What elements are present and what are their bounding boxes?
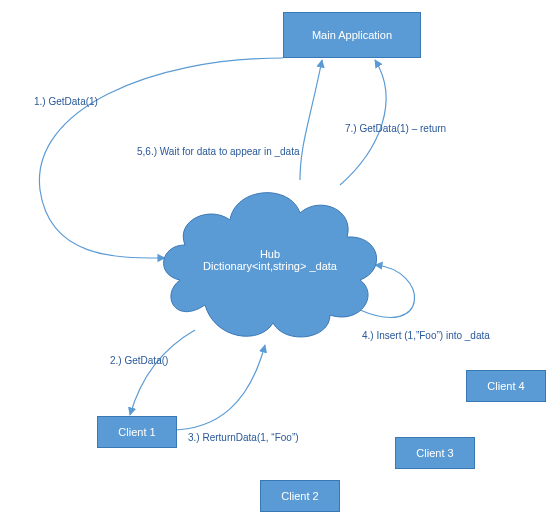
node-main-application-label: Main Application	[312, 29, 392, 41]
label-step56: 5,6.) Wait for data to appear in _data	[137, 146, 300, 157]
node-hub: Hub Dictionary<int,string> _data	[155, 175, 385, 345]
label-step2: 2.) GetData()	[110, 355, 168, 366]
node-client-2-label: Client 2	[281, 490, 318, 502]
node-main-application: Main Application	[283, 12, 421, 58]
node-client-3: Client 3	[395, 437, 475, 469]
edge-step56	[300, 60, 322, 180]
node-client-4: Client 4	[466, 370, 546, 402]
label-step1: 1.) GetData(1)	[34, 96, 98, 107]
node-client-3-label: Client 3	[416, 447, 453, 459]
edge-step3	[165, 345, 265, 430]
cloud-shape	[155, 175, 385, 345]
label-step4: 4.) Insert (1,”Foo”) into _data	[362, 330, 490, 341]
node-client-4-label: Client 4	[487, 380, 524, 392]
node-client-1-label: Client 1	[118, 426, 155, 438]
node-client-1: Client 1	[97, 416, 177, 448]
label-step7: 7.) GetData(1) – return	[345, 123, 446, 134]
node-client-2: Client 2	[260, 480, 340, 512]
diagram-canvas: Main Application Hub Dictionary<int,stri…	[0, 0, 546, 512]
label-step3: 3.) RerturnData(1, “Foo”)	[188, 432, 299, 443]
